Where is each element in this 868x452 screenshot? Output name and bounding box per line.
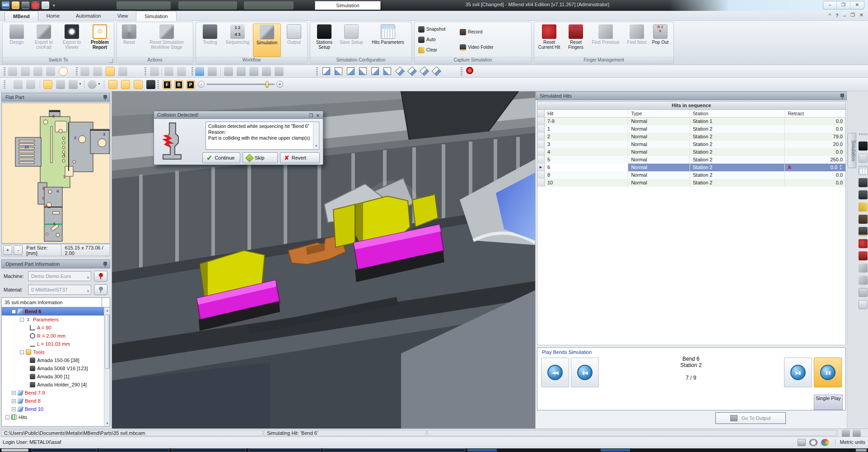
expand-icon[interactable]: + (12, 407, 16, 411)
view-top-icon[interactable] (395, 66, 405, 76)
pause-button[interactable]: ▮ ▮ (814, 358, 842, 387)
toolbar-grip[interactable] (4, 67, 5, 75)
reset-simulation-workflow-stage-button[interactable]: Reset Simulation Workflow Stage (141, 24, 192, 57)
speed-slower-button[interactable]: - (198, 81, 205, 88)
hits-row-3[interactable]: 3 Normal Station 2 20.0 (537, 141, 845, 148)
zoom-page-icon[interactable] (275, 67, 284, 76)
continue-button[interactable]: ✔ Continue (202, 152, 240, 163)
simulation-tool-icon[interactable] (106, 67, 115, 76)
window-minimize-button[interactable]: – (823, 1, 837, 9)
palette-icon[interactable] (821, 439, 829, 446)
zoom-window-icon[interactable] (237, 67, 246, 76)
view-iso-2-icon[interactable] (335, 67, 342, 75)
simulation-button[interactable]: Simulation (253, 24, 281, 57)
output-tool-icon[interactable] (118, 67, 127, 76)
save-setup-side-icon[interactable] (859, 154, 868, 163)
stations-setup-side-icon[interactable] (859, 141, 868, 151)
measure-icon[interactable] (150, 67, 159, 76)
hits-row-4[interactable]: 4 Normal Station 2 0.0 (537, 148, 845, 156)
row-selector[interactable] (537, 179, 545, 187)
collision-dialog-titlebar[interactable]: Collision Detected! ❐ ✕ (154, 111, 323, 119)
units-indicator[interactable]: Metric units (835, 439, 865, 445)
viewer-eye-tool-icon[interactable] (46, 67, 55, 76)
toolbar-grip[interactable] (157, 80, 159, 89)
tooling-tool-icon[interactable] (80, 67, 89, 76)
taskbar-item[interactable] (601, 449, 630, 452)
pop-out-button[interactable]: R ZX Pop Out (648, 24, 672, 57)
collapse-icon[interactable]: - (20, 318, 24, 322)
snapshot-side-icon[interactable] (859, 178, 868, 187)
hits-row-5[interactable]: 5 Normal Station 2 250.0 (537, 156, 845, 164)
design-tool-icon[interactable] (8, 67, 17, 76)
render-mode-icon[interactable] (88, 80, 97, 89)
collapse-icon[interactable]: - (5, 415, 9, 419)
row-selector[interactable] (537, 156, 545, 164)
tab-view[interactable]: View (109, 11, 136, 21)
toolbar-grip[interactable] (191, 67, 193, 75)
tree-item-bend-8[interactable]: + Bend 8 (2, 397, 110, 405)
clear-button[interactable]: Clear (418, 47, 437, 53)
tree-item-tool-4[interactable]: Amada Holder_290 [4] (2, 381, 110, 389)
app-close-icon[interactable]: ✕ (859, 12, 863, 18)
tab-simulation[interactable]: Simulation (136, 11, 176, 21)
view-iso-1-icon[interactable] (322, 67, 330, 75)
part-information-header[interactable]: 35 svil.mbcam Information (1, 297, 110, 307)
window-restore-button[interactable]: ❐ (837, 1, 850, 9)
hits-row-6-selected[interactable]: ▶ 6 Normal Station 2 A ▲▼ 0.0 (537, 164, 845, 171)
pin-icon[interactable] (103, 262, 107, 265)
record-button[interactable]: Record (460, 28, 482, 35)
open-file-icon[interactable] (12, 1, 19, 9)
reset-fingers-side-icon[interactable] (859, 251, 868, 260)
go-to-start-button[interactable]: ▮◀ (571, 358, 599, 387)
simulated-hits-header[interactable]: Simulated Hits (536, 91, 847, 100)
machine-select[interactable]: Demo Demo Euro ▼ (28, 271, 91, 281)
reset-current-hit-side-icon[interactable] (859, 239, 868, 248)
hits-row-10[interactable]: 10 Normal Station 2 0.0 (537, 179, 845, 187)
toolbar-grip[interactable] (859, 133, 867, 135)
pin-icon[interactable] (103, 95, 107, 99)
move-hit-down-icon[interactable] (26, 80, 35, 89)
problem-report-tool-icon[interactable] (59, 67, 68, 76)
mbend-logo-icon[interactable]: MB (2, 1, 9, 9)
play-to-end-button[interactable]: ▶▮ (784, 358, 812, 387)
flat-zoom-in-button[interactable]: + (3, 245, 12, 255)
row-selector[interactable] (537, 171, 545, 179)
view-front-icon[interactable] (347, 67, 355, 75)
record-simulation-icon[interactable] (466, 67, 473, 74)
window-close-button[interactable]: ✕ (850, 1, 864, 9)
settings-gear-icon[interactable] (32, 1, 39, 9)
collapse-icon[interactable]: - (20, 350, 24, 354)
row-selector[interactable] (537, 118, 545, 125)
tree-item-tool-3[interactable]: Amada 300 [1] (2, 372, 110, 381)
design-button[interactable]: Design (4, 24, 30, 57)
reset-current-hit-button[interactable]: Reset Current Hit (535, 24, 563, 57)
scroll-thumb[interactable] (105, 315, 110, 369)
toolbar-grip[interactable] (4, 80, 5, 89)
auto-snapshot-side-icon[interactable] (859, 190, 868, 199)
single-play-label[interactable]: Single Play (814, 395, 843, 410)
part-doc-icon[interactable] (33, 67, 42, 76)
row-selector[interactable] (537, 141, 545, 148)
view-bottom-icon[interactable] (407, 66, 417, 76)
find-previous-side-icon[interactable] (859, 264, 868, 273)
move-hit-up-icon[interactable] (14, 80, 23, 89)
row-selector[interactable] (537, 133, 545, 141)
headphones-icon[interactable] (809, 439, 817, 446)
column-type[interactable]: Type (628, 110, 690, 117)
flat-zoom-out-button[interactable]: - (14, 245, 23, 255)
speed-slider-thumb[interactable] (266, 81, 269, 88)
tree-item-angle[interactable]: A = 90 (2, 324, 110, 332)
toolbar-grip[interactable] (76, 67, 78, 75)
taskbar-item[interactable] (32, 449, 97, 452)
report-print-icon[interactable] (69, 80, 78, 89)
revert-button[interactable]: ✘ Revert (280, 152, 320, 163)
tree-item-tool-1[interactable]: Amada 150-06 [38] (2, 356, 110, 364)
auto-button[interactable]: Auto (418, 36, 436, 43)
expand-icon[interactable]: + (12, 391, 16, 395)
message-scrollbar[interactable]: ▼ (313, 122, 318, 149)
dialog-launcher-icon[interactable] (109, 59, 113, 63)
zoom-in-icon[interactable] (224, 67, 233, 76)
view-iso-left-icon[interactable] (420, 66, 429, 76)
tree-item-tool-2[interactable]: Amada 5068 V16 [123] (2, 364, 110, 372)
video-folder-side-icon[interactable] (859, 227, 868, 236)
